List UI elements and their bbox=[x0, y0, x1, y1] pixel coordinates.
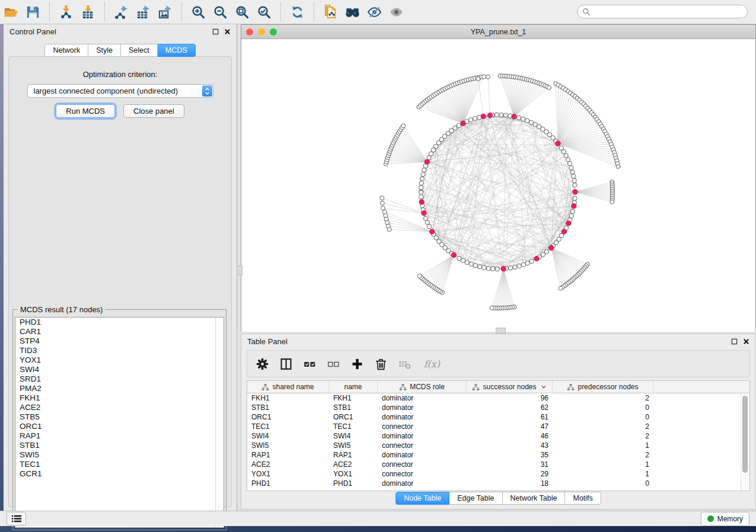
graph-node[interactable] bbox=[486, 266, 490, 270]
mcds-result-item[interactable]: GCR1 bbox=[15, 469, 224, 479]
graph-node[interactable] bbox=[422, 168, 426, 172]
task-history-button[interactable] bbox=[7, 512, 26, 525]
mcds-result-item[interactable]: RAP1 bbox=[15, 431, 224, 441]
mcds-result-item[interactable]: TID3 bbox=[15, 346, 224, 355]
graph-hub-node[interactable] bbox=[548, 245, 553, 250]
cell-predecessor_nodes[interactable]: 2 bbox=[553, 450, 653, 460]
cell-shared_name[interactable]: SWI5 bbox=[247, 441, 329, 450]
vertical-splitter-handle[interactable] bbox=[237, 265, 243, 275]
mcds-result-item[interactable]: ACE2 bbox=[15, 403, 224, 412]
graph-hub-node[interactable] bbox=[512, 114, 516, 119]
share-document-icon[interactable] bbox=[321, 3, 340, 21]
cell-name[interactable]: SWI4 bbox=[329, 431, 378, 441]
export-table-icon[interactable] bbox=[134, 3, 152, 21]
graph-hub-node[interactable] bbox=[461, 121, 465, 126]
mcds-result-item[interactable]: ORC1 bbox=[15, 422, 224, 431]
graph-hub-node[interactable] bbox=[429, 229, 434, 234]
graph-node[interactable] bbox=[476, 76, 480, 81]
graph-node[interactable] bbox=[477, 265, 481, 269]
graph-node[interactable] bbox=[566, 158, 570, 162]
cell-successor_nodes[interactable]: 35 bbox=[467, 450, 553, 460]
node-table-row[interactable]: RAP1RAP1dominator352 bbox=[247, 450, 749, 460]
node-table-row[interactable]: SWI5SWI5connector431 bbox=[247, 441, 749, 450]
cell-shared_name[interactable]: FKH1 bbox=[247, 393, 329, 403]
cell-predecessor_nodes[interactable]: 0 bbox=[553, 479, 653, 488]
cell-name[interactable]: ORC1 bbox=[329, 412, 378, 422]
table-scrollbar-thumb[interactable] bbox=[742, 396, 748, 473]
graph-node[interactable] bbox=[570, 170, 575, 174]
settings-gear-icon[interactable] bbox=[256, 357, 269, 371]
graph-node[interactable] bbox=[465, 260, 469, 264]
graph-node[interactable] bbox=[559, 286, 563, 290]
graph-node[interactable] bbox=[569, 166, 573, 170]
cell-mcds_role[interactable]: connector bbox=[378, 469, 467, 479]
graph-node[interactable] bbox=[473, 264, 477, 268]
graph-hub-node[interactable] bbox=[419, 200, 424, 204]
cell-name[interactable]: TEC1 bbox=[329, 422, 378, 431]
graph-node[interactable] bbox=[425, 220, 429, 225]
float-panel-icon[interactable] bbox=[212, 28, 219, 35]
zoom-fit-icon[interactable] bbox=[233, 3, 251, 21]
deselect-all-icon[interactable] bbox=[327, 357, 340, 371]
tab-node-table[interactable]: Node Table bbox=[395, 492, 449, 505]
graph-node[interactable] bbox=[517, 264, 521, 268]
mcds-result-item[interactable]: STB5 bbox=[15, 412, 224, 422]
graph-node[interactable] bbox=[417, 274, 422, 278]
graph-node[interactable] bbox=[547, 85, 551, 89]
hide-selected-icon[interactable] bbox=[365, 3, 384, 21]
export-image-icon[interactable] bbox=[156, 3, 174, 21]
cell-successor_nodes[interactable]: 47 bbox=[467, 422, 553, 431]
graph-node[interactable] bbox=[419, 181, 423, 185]
cell-predecessor_nodes[interactable]: 0 bbox=[553, 412, 653, 422]
cell-successor_nodes[interactable]: 43 bbox=[467, 441, 553, 450]
tab-mcds[interactable]: MCDS bbox=[158, 44, 196, 57]
cell-shared_name[interactable]: ORC1 bbox=[247, 412, 329, 422]
table-scrollbar-track[interactable] bbox=[741, 393, 749, 491]
mcds-result-item[interactable]: SWI5 bbox=[15, 450, 224, 460]
window-maximize-button[interactable] bbox=[270, 28, 277, 36]
cell-mcds_role[interactable]: connector bbox=[378, 460, 467, 469]
graph-node[interactable] bbox=[521, 117, 525, 121]
tab-network[interactable]: Network bbox=[44, 44, 88, 57]
float-table-panel-icon[interactable] bbox=[731, 338, 738, 345]
window-close-button[interactable] bbox=[246, 28, 253, 36]
tab-edge-table[interactable]: Edge Table bbox=[449, 492, 502, 505]
graph-node[interactable] bbox=[508, 266, 512, 270]
cell-mcds_role[interactable]: connector bbox=[378, 441, 467, 450]
graph-hub-node[interactable] bbox=[481, 114, 486, 118]
cell-predecessor_nodes[interactable]: 1 bbox=[553, 441, 653, 450]
graph-node[interactable] bbox=[457, 123, 461, 127]
graph-hub-node[interactable] bbox=[573, 190, 578, 194]
graph-node[interactable] bbox=[420, 177, 424, 181]
column-layout-icon[interactable] bbox=[279, 357, 293, 371]
column-header-successor-nodes[interactable]: successor nodes bbox=[467, 381, 553, 393]
graph-node[interactable] bbox=[495, 113, 499, 117]
cell-predecessor_nodes[interactable]: 1 bbox=[553, 469, 653, 479]
graph-node[interactable] bbox=[457, 257, 461, 261]
tab-network-table[interactable]: Network Table bbox=[503, 492, 566, 505]
run-mcds-button[interactable]: Run MCDS bbox=[56, 104, 115, 118]
cell-mcds_role[interactable]: dominator bbox=[378, 479, 467, 488]
cell-predecessor_nodes[interactable]: 1 bbox=[553, 460, 653, 469]
memory-button[interactable]: Memory bbox=[701, 512, 749, 526]
cell-predecessor_nodes[interactable]: 2 bbox=[553, 431, 653, 441]
cell-name[interactable]: ACE2 bbox=[329, 460, 378, 469]
delete-row-icon[interactable] bbox=[374, 357, 388, 371]
cell-mcds_role[interactable]: dominator bbox=[378, 393, 467, 403]
search-input[interactable] bbox=[591, 7, 747, 17]
network-canvas[interactable] bbox=[241, 39, 755, 332]
graph-node[interactable] bbox=[468, 118, 473, 122]
graph-hub-node[interactable] bbox=[487, 113, 492, 118]
cell-name[interactable]: STB1 bbox=[329, 403, 378, 412]
cell-successor_nodes[interactable]: 96 bbox=[467, 393, 553, 403]
graph-node[interactable] bbox=[499, 113, 503, 117]
graph-node[interactable] bbox=[427, 225, 431, 229]
node-table-row[interactable]: ORC1ORC1dominator610 bbox=[247, 412, 749, 422]
zoom-out-icon[interactable] bbox=[211, 3, 229, 21]
graph-node[interactable] bbox=[473, 116, 477, 120]
graph-node[interactable] bbox=[380, 201, 384, 205]
graph-node[interactable] bbox=[380, 196, 384, 200]
mcds-result-item[interactable]: SRD1 bbox=[15, 374, 224, 384]
zoom-selected-icon[interactable] bbox=[255, 3, 273, 21]
import-table-icon[interactable] bbox=[79, 3, 97, 21]
